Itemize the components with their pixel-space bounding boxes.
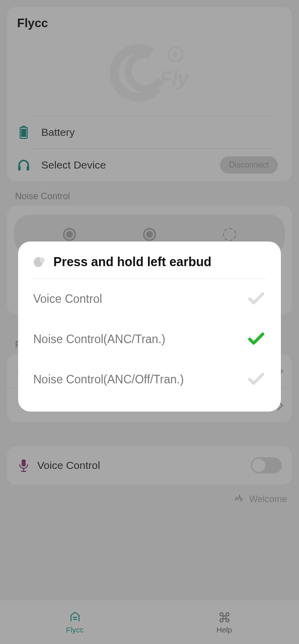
option-label: Noise Control(ANC/Off/Tran.) (33, 373, 248, 386)
dialog: Press and hold left earbud Voice Control… (18, 242, 281, 412)
dialog-title: Press and hold left earbud (53, 255, 211, 269)
dialog-option[interactable]: Noise Control(ANC/Tran.) (33, 319, 266, 359)
dialog-option[interactable]: Voice Control (33, 279, 266, 319)
option-label: Voice Control (33, 292, 248, 306)
dialog-option[interactable]: Noise Control(ANC/Off/Tran.) (33, 359, 266, 399)
check-icon (248, 372, 266, 386)
check-icon-selected (248, 332, 266, 346)
check-icon (248, 292, 266, 306)
modal-overlay[interactable]: Press and hold left earbud Voice Control… (0, 0, 299, 644)
svg-point-26 (40, 258, 45, 263)
dialog-head: Press and hold left earbud (33, 242, 266, 279)
option-label: Noise Control(ANC/Tran.) (33, 333, 248, 346)
left-earbud-icon (33, 256, 46, 268)
